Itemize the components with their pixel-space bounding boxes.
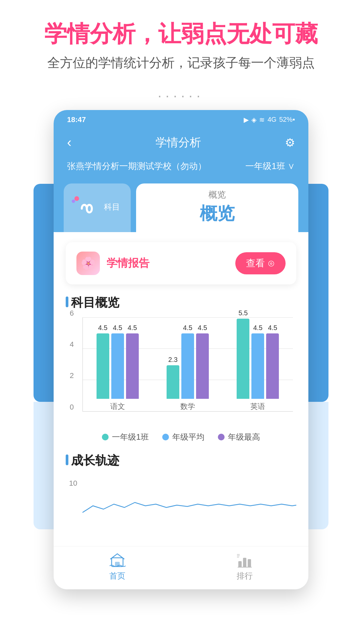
- status-time: 18:47: [67, 115, 86, 124]
- bars-row: 4.5 4.5 4.5: [97, 333, 139, 399]
- legend-dot-class: [102, 434, 109, 440]
- battery-icon: 52%▪: [279, 116, 295, 123]
- bar-chinese-class: 4.5: [97, 333, 109, 399]
- nav-bar: ‹ 学情分析 ⚙: [54, 129, 308, 156]
- phone-screen: 18:47 ▶ ◈ ≋ 4G 52%▪ ‹ 学情分析 ⚙ 张燕学情分析一期测试学…: [54, 110, 308, 589]
- page-header: 学情分析，让弱点无处可藏 全方位的学情统计分析，记录孩子每一个薄弱点: [0, 0, 362, 78]
- bar-english-avg: 4.5: [251, 333, 264, 399]
- battery-text: 4G: [267, 116, 277, 123]
- school-bar: 张燕学情分析一期测试学校（勿动） 一年级1班 ∨: [54, 156, 308, 177]
- back-button[interactable]: ‹: [67, 135, 71, 150]
- page-title: 学情分析，让弱点无处可藏: [13, 20, 349, 48]
- report-title: 学情报告: [107, 256, 149, 271]
- navigation-icon: ▶: [244, 116, 249, 124]
- view-button[interactable]: 查看 ⊙: [235, 252, 286, 274]
- report-card: 🌸 学情报告 查看 ⊙: [66, 242, 296, 284]
- bar-math-avg: 4.5: [181, 333, 194, 399]
- bottom-nav: 首页 排行: [54, 546, 308, 589]
- class-selector[interactable]: 一年级1班 ∨: [245, 160, 295, 172]
- bars-row: 5.5 4.5 4.5: [237, 319, 279, 398]
- nav-item-ranking[interactable]: 排行: [236, 552, 253, 581]
- main-content: 🌸 学情报告 查看 ⊙ 科目概览 6: [54, 232, 308, 546]
- svg-rect-2: [238, 561, 242, 567]
- legend-max: 年级最高: [218, 432, 260, 442]
- legend-label-max: 年级最高: [228, 432, 260, 442]
- overview-tab[interactable]: 概览 概览: [136, 183, 298, 232]
- legend-dot-avg: [162, 434, 169, 440]
- tab-section: 科目 概览 概览: [54, 177, 308, 232]
- growth-chart: 10: [66, 476, 296, 536]
- page-subtitle: 全方位的学情统计分析，记录孩子每一个薄弱点: [13, 54, 349, 71]
- status-bar: 18:47 ▶ ◈ ≋ 4G 52%▪: [54, 110, 308, 129]
- y-label-2: 2: [70, 371, 74, 380]
- settings-icon[interactable]: ⚙: [285, 136, 295, 149]
- legend-label-class: 一年级1班: [112, 432, 148, 442]
- legend-avg: 年级平均: [162, 432, 204, 442]
- status-icons: ▶ ◈ ≋ 4G 52%▪: [244, 116, 295, 124]
- bar-chart: 6 4 2 0: [69, 318, 293, 425]
- bars-row: 2.3 4.5 4.5: [167, 333, 209, 399]
- bar-math-class: 2.3: [167, 365, 179, 399]
- wifi-icon: ≋: [259, 116, 265, 124]
- signal-icon: ◈: [251, 116, 256, 124]
- overview-tab-label: 概览: [208, 189, 226, 201]
- nav-title: 学情分析: [156, 135, 201, 150]
- bar-label-english: 英语: [250, 401, 265, 412]
- report-icon: 🌸: [76, 252, 100, 275]
- home-icon: [109, 552, 126, 569]
- bar-group-english: 5.5 4.5 4.5 英语: [237, 319, 279, 411]
- bar-label-math: 数学: [180, 401, 195, 412]
- bar-group-math: 2.3 4.5 4.5 数学: [167, 333, 209, 412]
- bar-english-class: 5.5: [237, 319, 249, 398]
- bar-label-chinese: 语文: [110, 401, 125, 412]
- bar-groups: 4.5 4.5 4.5 语文: [82, 318, 293, 412]
- y-label-0: 0: [70, 403, 74, 412]
- bar-chart-area: 6 4 2 0: [66, 318, 296, 442]
- report-left: 🌸 学情报告: [76, 252, 149, 275]
- nav-label-ranking: 排行: [237, 571, 253, 581]
- y-label-4: 4: [70, 340, 74, 349]
- nav-label-home: 首页: [109, 571, 125, 581]
- growth-y-label: 10: [69, 479, 77, 488]
- subject-tab-label: 科目: [104, 202, 120, 212]
- growth-section: 成长轨迹 10: [66, 452, 296, 536]
- bar-english-max: 4.5: [266, 333, 279, 399]
- school-name: 张燕学情分析一期测试学校（勿动）: [67, 160, 206, 172]
- legend-label-avg: 年级平均: [172, 432, 204, 442]
- overview-big-label: 概览: [200, 202, 235, 225]
- decoration-dots: ······: [0, 88, 362, 103]
- svg-rect-3: [243, 558, 246, 567]
- subject-overview-title: 科目概览: [66, 294, 296, 311]
- y-label-6: 6: [70, 309, 74, 318]
- growth-title: 成长轨迹: [66, 452, 296, 469]
- legend-class: 一年级1班: [102, 432, 148, 442]
- svg-rect-4: [248, 559, 251, 567]
- bar-chinese-avg: 4.5: [111, 333, 124, 399]
- bar-math-max: 4.5: [196, 333, 209, 399]
- chart-legend: 一年级1班 年级平均 年级最高: [69, 432, 293, 442]
- nav-item-home[interactable]: 首页: [109, 552, 126, 581]
- ranking-icon: [236, 552, 253, 569]
- bar-group-chinese: 4.5 4.5 4.5 语文: [97, 333, 139, 412]
- bar-chinese-max: 4.5: [126, 333, 139, 399]
- legend-dot-max: [218, 434, 225, 440]
